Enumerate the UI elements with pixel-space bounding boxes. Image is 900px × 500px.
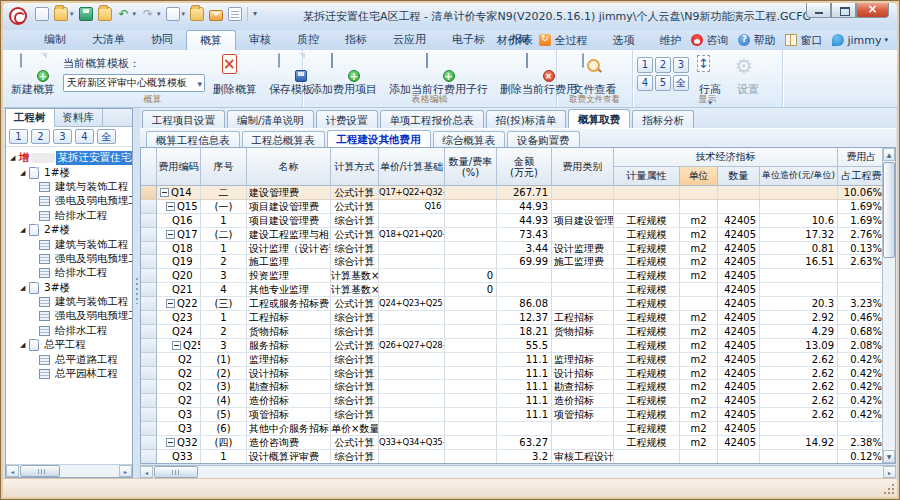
table-row[interactable]: Q23 1 工程招标 综合计算 12.37 工程招标 工程规模 bbox=[141, 311, 882, 325]
document-tab[interactable]: 编制/清单说明 bbox=[227, 110, 314, 128]
redo-icon[interactable]: ↷ bbox=[141, 7, 155, 21]
ribbon-tab[interactable]: 大清单 bbox=[79, 30, 138, 50]
minimize-button[interactable] bbox=[806, 3, 831, 18]
tree-item[interactable]: ◢ 总平园林工程 bbox=[6, 367, 132, 381]
document-tab[interactable]: 概算取费 bbox=[568, 109, 630, 128]
titlebar-menu-item[interactable]: 材价网 ▾ bbox=[478, 33, 532, 48]
header-calc-method[interactable]: 计算方式 bbox=[331, 148, 379, 185]
table-row[interactable]: Q24 2 货物招标 综合计算 18.21 货物招标 工程规模 bbox=[141, 325, 882, 339]
vertical-scrollbar[interactable]: ▲ ▼ bbox=[882, 148, 895, 463]
collapse-icon[interactable] bbox=[166, 299, 175, 308]
table-row[interactable]: Q2 (4) 造价招标 综合计算 11.1 造价招标 工程规模 bbox=[141, 394, 882, 408]
header-pct-of-project[interactable]: 占工程费 bbox=[838, 167, 882, 185]
table-row[interactable]: Q22 (三) 工程或服务招标费 公式计算 Q24+Q23+Q25 86.08 bbox=[141, 297, 882, 311]
tree-item[interactable]: ◢ 建筑与装饰工程 bbox=[6, 237, 132, 251]
header-unit-price[interactable]: 单位造价(元/单位) bbox=[760, 167, 838, 185]
ribbon-tab[interactable]: 审核 bbox=[236, 30, 284, 50]
row-header-cell[interactable] bbox=[141, 255, 157, 269]
undo-icon[interactable]: ↶ bbox=[117, 7, 131, 21]
table-horizontal-scrollbar[interactable]: ◂ ▸ bbox=[140, 465, 896, 478]
scrollbar-thumb[interactable] bbox=[154, 466, 198, 478]
titlebar-menu-item[interactable]: 选项 ▾ bbox=[594, 33, 637, 48]
collapse-icon[interactable] bbox=[166, 230, 175, 239]
undo-dropdown-icon[interactable]: ▾ bbox=[133, 10, 137, 18]
tree-item[interactable]: ◢ 建筑与装饰工程 bbox=[6, 180, 132, 194]
tree-item[interactable]: ◢ 强电及弱电预埋工程 bbox=[6, 309, 132, 323]
header-amount[interactable]: 金额(万元) bbox=[497, 148, 552, 185]
sidebar-tab[interactable]: 资料库 bbox=[55, 109, 104, 126]
tree-level-button[interactable]: 3 bbox=[53, 129, 72, 144]
table-row[interactable]: Q17 (二) 建设工程监理与相关服 公式计算 Q18+Q21+Q20+Q19 … bbox=[141, 228, 882, 242]
tree-item[interactable]: ◢ 给排水工程 bbox=[6, 324, 132, 338]
row-header-cell[interactable] bbox=[141, 214, 157, 228]
tree-item[interactable]: ◢ 总平道路工程 bbox=[6, 352, 132, 366]
collapse-icon[interactable] bbox=[172, 341, 181, 350]
ribbon-tab[interactable]: 云应用 bbox=[380, 30, 439, 50]
mail-icon[interactable] bbox=[209, 10, 223, 21]
scroll-right-icon[interactable]: ▸ bbox=[883, 466, 896, 478]
document-tab[interactable]: 计费设置 bbox=[316, 110, 378, 128]
estimate-subtab[interactable]: 概算工程信息表 bbox=[146, 131, 240, 147]
notes-icon[interactable] bbox=[228, 7, 242, 21]
expand-icon[interactable]: ◢ bbox=[10, 154, 19, 162]
estimate-subtab[interactable]: 工程建设其他费用 bbox=[327, 130, 431, 147]
customize-toolbar-icon[interactable]: ▾ bbox=[247, 7, 257, 21]
header-fee-category[interactable]: 费用类别 bbox=[552, 148, 614, 185]
table-row[interactable]: Q14 二 建设管理费 公式计算 Q17+Q22+Q32+Q15 267.71 bbox=[141, 186, 882, 200]
tree-item[interactable]: ◢ 3#楼 bbox=[6, 281, 132, 295]
table-row[interactable]: Q16 1 项目建设管理费 综合计算 44.93 项目建设管理费 工程 bbox=[141, 214, 882, 228]
row-header-cell[interactable] bbox=[141, 269, 157, 283]
ribbon-tab[interactable]: 协同 bbox=[138, 30, 186, 50]
row-header-cell[interactable] bbox=[141, 408, 157, 422]
header-measure-attr[interactable]: 计量属性 bbox=[614, 167, 680, 185]
level-button[interactable]: 5 bbox=[655, 75, 671, 91]
titlebar-menu-item[interactable]: jimmy ▾ bbox=[829, 34, 891, 47]
save-icon[interactable] bbox=[79, 7, 93, 21]
redo-dropdown-icon[interactable]: ▾ bbox=[157, 10, 161, 18]
add-fee-item-button[interactable]: + 添加费用项目 bbox=[307, 53, 381, 98]
tree-item[interactable]: ◢ 增 某拆迁安置住宅A区工程 bbox=[6, 151, 132, 165]
ribbon-tab[interactable]: 概算 bbox=[186, 30, 236, 50]
row-header-cell[interactable] bbox=[141, 380, 157, 394]
level-button[interactable]: 3 bbox=[673, 57, 689, 73]
row-header-cell[interactable] bbox=[141, 186, 157, 200]
tree-item[interactable]: ◢ 强电及弱电预埋工程 bbox=[6, 252, 132, 266]
estimate-subtab[interactable]: 设备购置费 bbox=[507, 131, 580, 147]
titlebar-menu-item[interactable]: 维护 ▾ bbox=[641, 33, 684, 48]
expand-icon[interactable]: ◢ bbox=[20, 341, 29, 349]
tree-level-button[interactable]: 1 bbox=[9, 129, 28, 144]
collapse-icon[interactable] bbox=[166, 438, 175, 447]
maximize-button[interactable] bbox=[831, 3, 856, 18]
row-header-cell[interactable] bbox=[141, 436, 157, 450]
table-row[interactable]: Q21 4 其他专业监理 计算基数×费 0 工程规模 bbox=[141, 283, 882, 297]
row-header-cell[interactable] bbox=[141, 242, 157, 256]
sidebar-tab[interactable]: 工程树 bbox=[6, 109, 55, 127]
table-row[interactable]: Q19 2 施工监理 综合计算 69.99 施工监理费 工程规模 bbox=[141, 255, 882, 269]
table-row[interactable]: Q2 (2) 设计招标 综合计算 11.1 设计招标 工程规模 bbox=[141, 367, 882, 381]
settings-button[interactable]: ⚙ 设置 bbox=[731, 53, 765, 98]
tree-item[interactable]: ◢ 总平工程 bbox=[6, 338, 132, 352]
print-preview-icon[interactable] bbox=[166, 7, 180, 21]
titlebar-menu-item[interactable]: 咨询 ▾ bbox=[688, 33, 731, 48]
resize-grip[interactable] bbox=[883, 483, 895, 495]
ribbon-tab[interactable]: 指标 bbox=[332, 30, 380, 50]
open-dropdown-icon[interactable]: ▾ bbox=[70, 10, 74, 18]
table-row[interactable]: Q32 (四) 造价咨询费 公式计算 Q33+Q34+Q35+Q42 63.27 bbox=[141, 436, 882, 450]
header-seq[interactable]: 序号 bbox=[201, 148, 247, 185]
tree-level-button[interactable]: 4 bbox=[75, 129, 94, 144]
row-header-cell[interactable] bbox=[141, 200, 157, 214]
file-view-button[interactable]: 文件查看 bbox=[569, 53, 621, 98]
scroll-left-icon[interactable]: ◂ bbox=[140, 466, 153, 478]
level-button[interactable]: 4 bbox=[637, 75, 653, 91]
table-row[interactable]: Q2 (3) 勘查招标 综合计算 11.1 勘查招标 工程规模 bbox=[141, 380, 882, 394]
expand-icon[interactable]: ◢ bbox=[20, 226, 29, 234]
header-fee-code[interactable]: 费用编码 bbox=[157, 148, 201, 185]
expand-icon[interactable]: ◢ bbox=[20, 169, 29, 177]
add-child-fee-row-button[interactable]: + 添加当前行费用子行 bbox=[385, 53, 492, 98]
table-row[interactable]: Q18 1 设计监理（设计咨询） 综合计算 3.44 设计监理费 工程 bbox=[141, 242, 882, 256]
ribbon-tab[interactable]: 质控 bbox=[284, 30, 332, 50]
table-row[interactable]: Q3 (5) 项管招标 综合计算 11.1 项管招标 工程规模 bbox=[141, 408, 882, 422]
row-header-cell[interactable] bbox=[141, 283, 157, 297]
estimate-subtab[interactable]: 工程总概算表 bbox=[242, 131, 325, 147]
scroll-right-icon[interactable]: ▸ bbox=[119, 465, 132, 477]
